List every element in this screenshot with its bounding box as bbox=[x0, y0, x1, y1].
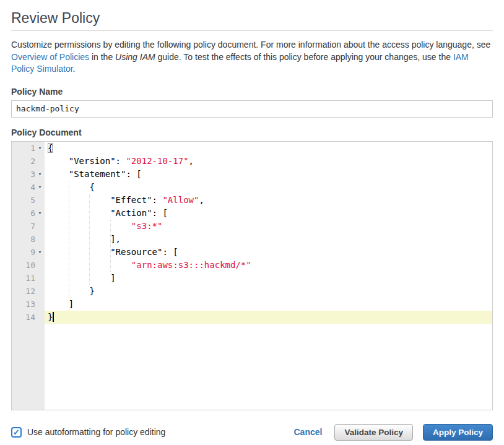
policy-document-editor[interactable]: 1▾{2 "Version": "2012-10-17",3▾ "Stateme… bbox=[11, 141, 493, 410]
editor-line[interactable]: 7 "s3:*" bbox=[12, 220, 492, 233]
autoformat-group: ✓ Use autoformatting for policy editing bbox=[11, 427, 165, 438]
code-string-token: "Allow" bbox=[162, 195, 199, 205]
editor-line[interactable]: 1▾{ bbox=[12, 142, 492, 155]
line-number: 3 bbox=[30, 168, 35, 181]
line-number: 9 bbox=[30, 246, 35, 259]
editor-line[interactable]: 6▾ "Action": [ bbox=[12, 207, 492, 220]
policy-document-label: Policy Document bbox=[11, 127, 493, 137]
line-number: 6 bbox=[30, 207, 35, 220]
code-token: "Action": [ bbox=[48, 208, 168, 218]
intro-part-1: Customize permissions by editing the fol… bbox=[11, 40, 490, 50]
code-line[interactable]: "Resource": [ bbox=[45, 246, 492, 259]
validate-policy-button[interactable]: Validate Policy bbox=[334, 424, 413, 441]
checkmark-icon: ✓ bbox=[13, 428, 20, 436]
code-line[interactable]: { bbox=[45, 181, 492, 194]
policy-name-input[interactable] bbox=[11, 100, 493, 118]
code-line[interactable]: { bbox=[45, 142, 492, 155]
editor-line[interactable]: 2 "Version": "2012-10-17", bbox=[12, 155, 492, 168]
code-line[interactable]: "Action": [ bbox=[45, 207, 492, 220]
code-token: "Resource": [ bbox=[48, 247, 178, 257]
code-line[interactable]: ] bbox=[45, 272, 492, 285]
code-line[interactable]: "s3:*" bbox=[45, 220, 492, 233]
code-line[interactable]: "Effect": "Allow", bbox=[45, 194, 492, 207]
gutter-cell: 7 bbox=[12, 220, 45, 233]
review-policy-page: Review Policy Customize permissions by e… bbox=[0, 9, 504, 441]
line-number: 11 bbox=[25, 272, 35, 285]
line-number: 2 bbox=[30, 155, 35, 168]
code-string-token: "s3:*" bbox=[131, 221, 163, 231]
gutter-cell: 2 bbox=[12, 155, 45, 168]
code-token: } bbox=[48, 312, 53, 322]
code-token: ] bbox=[48, 299, 74, 309]
line-number: 10 bbox=[25, 259, 35, 272]
overview-of-policies-link[interactable]: Overview of Policies bbox=[11, 52, 89, 62]
editor-line[interactable]: 10 "arn:aws:s3:::hackmd/*" bbox=[12, 259, 492, 272]
code-token: ], bbox=[48, 234, 121, 244]
fold-caret-icon[interactable]: ▾ bbox=[35, 168, 45, 181]
line-number: 5 bbox=[30, 194, 35, 207]
code-token: "Statement": [ bbox=[48, 169, 142, 179]
editor-line[interactable]: 8 ], bbox=[12, 233, 492, 246]
intro-part-4: . bbox=[73, 64, 76, 74]
policy-name-label: Policy Name bbox=[11, 87, 493, 97]
gutter-cell: 10 bbox=[12, 259, 45, 272]
editor-lines: 1▾{2 "Version": "2012-10-17",3▾ "Stateme… bbox=[12, 142, 492, 324]
code-token: ] bbox=[48, 273, 116, 283]
code-line[interactable]: } bbox=[45, 311, 492, 324]
gutter-cell: 9▾ bbox=[12, 246, 45, 259]
editor-line[interactable]: 9▾ "Resource": [ bbox=[12, 246, 492, 259]
autoformat-checkbox[interactable]: ✓ bbox=[11, 427, 22, 438]
code-token: , bbox=[199, 195, 204, 205]
gutter-cell: 3▾ bbox=[12, 168, 45, 181]
code-string-token: "2012-10-17" bbox=[126, 156, 188, 166]
code-token: "Effect": bbox=[48, 195, 162, 205]
text-cursor bbox=[53, 312, 54, 322]
using-iam-italic: Using IAM bbox=[115, 52, 155, 62]
code-token bbox=[48, 260, 131, 270]
code-line[interactable]: } bbox=[45, 285, 492, 298]
code-line[interactable]: "Statement": [ bbox=[45, 168, 492, 181]
gutter-cell: 13 bbox=[12, 298, 45, 311]
code-token: { bbox=[48, 182, 95, 192]
gutter-cell: 8 bbox=[12, 233, 45, 246]
line-number: 7 bbox=[30, 220, 35, 233]
line-number: 13 bbox=[25, 298, 35, 311]
line-number: 4 bbox=[30, 181, 35, 194]
line-number: 1 bbox=[30, 142, 35, 155]
code-string-token: "arn:aws:s3:::hackmd/*" bbox=[131, 260, 251, 270]
editor-line[interactable]: 13 ] bbox=[12, 298, 492, 311]
gutter-cell: 12 bbox=[12, 285, 45, 298]
fold-caret-icon[interactable]: ▾ bbox=[35, 181, 45, 194]
code-token: } bbox=[48, 286, 95, 296]
gutter-cell: 14 bbox=[12, 311, 45, 324]
line-number: 8 bbox=[30, 233, 35, 246]
intro-part-3: guide. To test the effects of this polic… bbox=[155, 52, 453, 62]
editor-line[interactable]: 5 "Effect": "Allow", bbox=[12, 194, 492, 207]
gutter-cell: 1▾ bbox=[12, 142, 45, 155]
intro-text: Customize permissions by editing the fol… bbox=[11, 39, 493, 76]
line-number: 12 bbox=[25, 285, 35, 298]
code-token: , bbox=[189, 156, 194, 166]
cancel-link[interactable]: Cancel bbox=[294, 427, 323, 437]
editor-line[interactable]: 11 ] bbox=[12, 272, 492, 285]
code-line[interactable]: "Version": "2012-10-17", bbox=[45, 155, 492, 168]
page-title: Review Policy bbox=[11, 9, 493, 27]
matched-brace-token: { bbox=[48, 143, 53, 153]
code-line[interactable]: ] bbox=[45, 298, 492, 311]
code-token bbox=[48, 221, 131, 231]
editor-line[interactable]: 14} bbox=[12, 311, 492, 324]
intro-part-2: in the bbox=[89, 52, 115, 62]
apply-policy-button[interactable]: Apply Policy bbox=[423, 424, 493, 441]
fold-caret-icon[interactable]: ▾ bbox=[35, 142, 45, 155]
fold-caret-icon[interactable]: ▾ bbox=[35, 246, 45, 259]
editor-line[interactable]: 4▾ { bbox=[12, 181, 492, 194]
editor-line[interactable]: 3▾ "Statement": [ bbox=[12, 168, 492, 181]
fold-caret-icon[interactable]: ▾ bbox=[35, 207, 45, 220]
code-line[interactable]: ], bbox=[45, 233, 492, 246]
editor-line[interactable]: 12 } bbox=[12, 285, 492, 298]
code-line[interactable]: "arn:aws:s3:::hackmd/*" bbox=[45, 259, 492, 272]
gutter-cell: 4▾ bbox=[12, 181, 45, 194]
footer-bar: ✓ Use autoformatting for policy editing … bbox=[11, 424, 493, 441]
gutter-cell: 11 bbox=[12, 272, 45, 285]
title-divider bbox=[11, 30, 493, 31]
